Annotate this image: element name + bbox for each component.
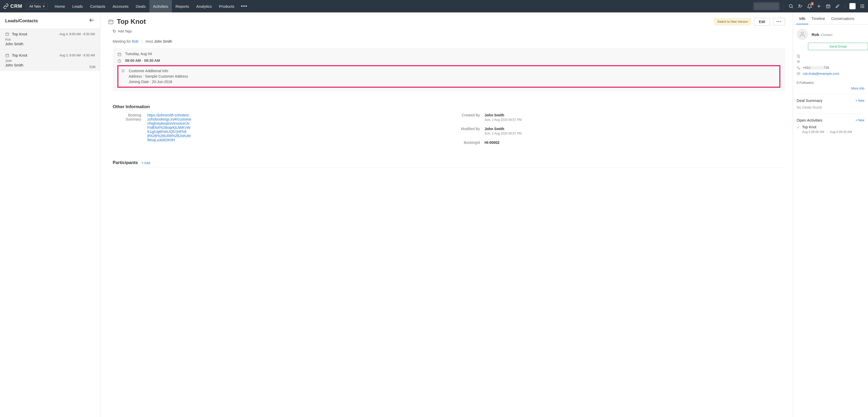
additional-info-joining: Joining Date : 20-Jun-2018 xyxy=(129,79,188,85)
additional-info-address: Address : Sample Customer Address xyxy=(129,74,188,79)
meeting-for-link[interactable]: Rob xyxy=(132,39,138,43)
list-item[interactable]: Top Knot Aug 3, 9:00 AM - 9:30 AM Jade J… xyxy=(0,50,100,71)
created-by-date: Sun, 2 Aug 2020 08:57 PM xyxy=(485,118,522,122)
send-email-button[interactable]: Send Email xyxy=(808,43,868,50)
nav-products[interactable]: Products xyxy=(215,0,238,12)
add-tags-button[interactable]: Add Tags xyxy=(113,29,793,33)
brand-text: CRM xyxy=(10,3,22,9)
apps-grid-icon[interactable] xyxy=(860,4,865,9)
list-item-title: Top Knot xyxy=(12,53,27,57)
nav-analytics[interactable]: Analytics xyxy=(193,0,215,12)
plus-icon[interactable] xyxy=(816,4,822,9)
topbar-right: | 1 31 | xyxy=(753,2,865,10)
calendar-icon xyxy=(5,53,9,57)
created-by-name: John Smith xyxy=(485,113,522,117)
detail-panel: Top Knot Switch to New Version Edit ••• … xyxy=(100,12,793,417)
chevron-down-icon: ▼ xyxy=(43,5,45,8)
nav-leads[interactable]: Leads xyxy=(69,0,87,12)
nav-accounts[interactable]: Accounts xyxy=(109,0,132,12)
activity-item[interactable]: ✓ Top Knot Aug 4 09:00 AM - Aug 4 09:30 … xyxy=(797,125,864,134)
more-actions-button[interactable]: ••• xyxy=(773,18,785,25)
nav-home[interactable]: Home xyxy=(51,0,68,12)
separator: | xyxy=(783,4,784,8)
meeting-for-label: Meeting for xyxy=(113,39,131,43)
activity-start: Aug 4 09:00 AM xyxy=(802,130,824,134)
clock-icon xyxy=(117,59,122,63)
calendar-icon[interactable]: 31 xyxy=(826,4,831,9)
booking-id-value: HI-00002 xyxy=(485,141,500,145)
host-label: Host xyxy=(146,39,153,43)
modified-by-label: Modified By xyxy=(454,127,480,135)
list-item-contact: Rob xyxy=(5,38,95,41)
check-icon: ✓ xyxy=(797,125,800,134)
modified-by-name: John Smith xyxy=(485,127,522,131)
nav-deals[interactable]: Deals xyxy=(132,0,149,12)
contact-avatar[interactable] xyxy=(797,29,808,40)
list-item-host: John Smith xyxy=(5,63,95,67)
list-item-time: Aug 3, 9:00 AM - 9:30 AM xyxy=(59,54,95,57)
contact-type: Contact xyxy=(821,33,832,37)
contact-email-link[interactable]: rob.linda@example.com xyxy=(803,72,839,76)
other-information-heading: Other Information xyxy=(113,99,785,110)
nav-contacts[interactable]: Contacts xyxy=(86,0,109,12)
svg-rect-13 xyxy=(862,4,863,5)
new-deal-button[interactable]: + New xyxy=(856,99,864,102)
link-icon xyxy=(3,3,9,9)
phone-icon xyxy=(797,66,800,69)
list-item-edit-link[interactable]: Edit xyxy=(90,65,95,69)
svg-point-0 xyxy=(789,4,793,7)
svg-point-43 xyxy=(801,32,803,34)
nav-activities[interactable]: Activities xyxy=(149,0,172,12)
tab-timeline[interactable]: Timeline xyxy=(808,12,828,24)
right-panel-tabs: Info Timeline Conversations xyxy=(793,12,868,25)
email-icon xyxy=(797,72,800,76)
booking-summary-label: Booking Summary xyxy=(113,113,141,150)
meeting-info-line: Meeting for Rob | Host John Smith xyxy=(113,39,785,43)
list-item-contact: Jade xyxy=(5,59,95,63)
booking-summary-link[interactable]: https://johnsmith-zohotest.zohobookings.… xyxy=(147,113,191,142)
user-avatar[interactable] xyxy=(849,3,856,9)
new-activity-button[interactable]: + New xyxy=(856,118,864,122)
svg-rect-15 xyxy=(861,6,861,7)
right-panel: Info Timeline Conversations Rob Contact … xyxy=(793,12,868,417)
tab-conversations[interactable]: Conversations xyxy=(828,12,858,24)
org-name-redacted xyxy=(753,2,779,10)
svg-rect-30 xyxy=(109,20,113,24)
more-info-link[interactable]: More Info xyxy=(851,87,864,90)
svg-rect-45 xyxy=(799,56,800,57)
nav-reports[interactable]: Reports xyxy=(172,0,193,12)
tab-info[interactable]: Info xyxy=(796,12,808,24)
host-name: John Smith xyxy=(154,39,172,43)
activity-end: Aug 4 09:30 AM xyxy=(830,130,852,134)
tag-icon xyxy=(113,29,116,33)
list-item[interactable]: Top Knot Aug 4, 9:00 AM - 9:30 AM Rob Jo… xyxy=(0,28,100,50)
deal-summary-heading: Deal Summary xyxy=(797,98,822,103)
add-participant-button[interactable]: + Add xyxy=(142,161,150,165)
person-icon xyxy=(799,31,806,38)
back-arrow-icon[interactable] xyxy=(89,17,95,25)
calendar-icon xyxy=(5,32,9,36)
notifications-icon[interactable]: 1 xyxy=(807,4,812,9)
followers-count[interactable]: 0 Followers xyxy=(793,78,868,86)
separator: | xyxy=(844,4,845,8)
building-icon xyxy=(797,54,800,58)
svg-rect-19 xyxy=(862,7,863,8)
booking-id-label: BookingId xyxy=(454,141,480,145)
meeting-date: Tuesday, Aug 04 xyxy=(125,52,152,56)
nav-more-icon[interactable]: ••• xyxy=(238,0,251,12)
svg-rect-26 xyxy=(6,54,9,57)
search-icon[interactable] xyxy=(788,4,794,9)
left-panel: Leads/Contacts Top Knot Aug 4, 9:00 AM -… xyxy=(0,12,100,417)
crm-logo[interactable]: CRM xyxy=(3,3,22,9)
switch-version-button[interactable]: Switch to New Version xyxy=(714,18,751,25)
tools-icon[interactable] xyxy=(835,4,840,9)
time-end: 09:30 AM xyxy=(144,58,160,63)
all-tabs-label: All Tabs xyxy=(29,4,41,8)
detail-box: Tuesday, Aug 04 09:00 AM-09:30 AM Custom… xyxy=(113,48,785,91)
all-tabs-dropdown[interactable]: All Tabs ▼ xyxy=(26,3,48,9)
invite-users-icon[interactable] xyxy=(798,4,803,9)
list-item-title: Top Knot xyxy=(12,32,27,36)
additional-info-title: Customer Additional Info xyxy=(129,68,188,74)
additional-info-highlight: Customer Additional Info Address : Sampl… xyxy=(117,65,780,88)
edit-button[interactable]: Edit xyxy=(754,18,770,26)
